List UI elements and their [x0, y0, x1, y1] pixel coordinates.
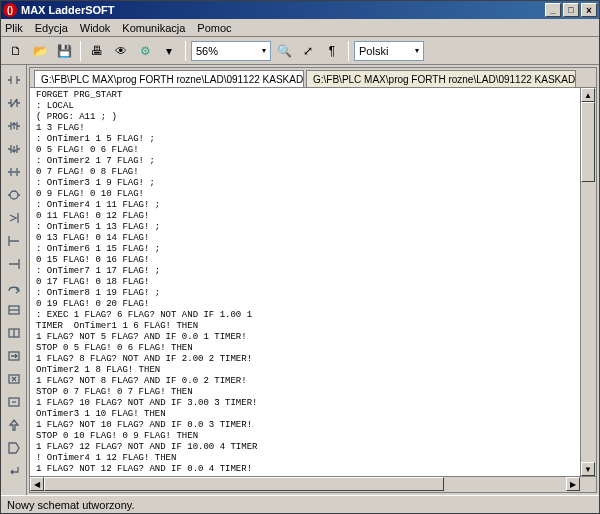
chevron-down-icon: ▾	[415, 46, 419, 55]
scroll-up-button[interactable]: ▲	[581, 88, 595, 102]
tool-contact-nc[interactable]	[3, 92, 25, 114]
scroll-right-button[interactable]: ▶	[566, 477, 580, 491]
tool-math[interactable]	[3, 368, 25, 390]
gear-icon: ⚙	[140, 44, 151, 58]
zoom-fit-button[interactable]: ⤢	[297, 40, 319, 62]
chevron-down-icon: ▾	[262, 46, 266, 55]
tool-branch-close[interactable]	[3, 253, 25, 275]
tool-logic[interactable]	[3, 391, 25, 413]
tool-contact-no[interactable]	[3, 69, 25, 91]
toolbar: 🗋 📂 💾 🖶 👁 ⚙ ▾ 56% ▾ 🔍 ⤢ ¶ Polski ▾	[1, 37, 599, 65]
tool-contact-rise[interactable]	[3, 115, 25, 137]
minimize-button[interactable]: _	[545, 3, 561, 17]
search-icon: 🔍	[277, 44, 292, 58]
tool-contact-fall[interactable]	[3, 138, 25, 160]
language-value: Polski	[359, 45, 388, 57]
marker-button[interactable]: ¶	[321, 40, 343, 62]
maximize-button[interactable]: □	[563, 3, 579, 17]
tool-jump[interactable]	[3, 276, 25, 298]
tool-branch-open[interactable]	[3, 230, 25, 252]
statusbar: Nowy schemat utworzony.	[1, 495, 599, 513]
tool-timer[interactable]	[3, 299, 25, 321]
menu-help[interactable]: Pomoc	[197, 22, 231, 34]
scroll-down-button[interactable]: ▼	[581, 462, 595, 476]
preview-icon: 👁	[115, 44, 127, 58]
tool-shift[interactable]	[3, 414, 25, 436]
preview-button[interactable]: 👁	[110, 40, 132, 62]
fit-icon: ⤢	[303, 44, 313, 58]
language-combo[interactable]: Polski ▾	[354, 41, 424, 61]
dropdown-button[interactable]: ▾	[158, 40, 180, 62]
zoom-value: 56%	[196, 45, 218, 57]
separator	[185, 41, 186, 61]
tool-contact-pulse[interactable]	[3, 161, 25, 183]
zoom-in-button[interactable]: 🔍	[273, 40, 295, 62]
settings-button[interactable]: ⚙	[134, 40, 156, 62]
tool-return[interactable]	[3, 460, 25, 482]
separator	[80, 41, 81, 61]
app-icon: ()	[3, 3, 17, 17]
status-text: Nowy schemat utworzony.	[7, 499, 135, 511]
ladder-toolbar	[1, 65, 27, 495]
close-button[interactable]: ×	[581, 3, 597, 17]
menu-view[interactable]: Widok	[80, 22, 111, 34]
separator	[348, 41, 349, 61]
vertical-scrollbar[interactable]: ▲ ▼	[580, 88, 596, 476]
open-button[interactable]: 📂	[29, 40, 51, 62]
tool-move[interactable]	[3, 345, 25, 367]
titlebar: () MAX LadderSOFT _ □ ×	[1, 1, 599, 19]
menubar: Plik Edycja Widok Komunikacja Pomoc	[1, 19, 599, 37]
print-icon: 🖶	[91, 44, 103, 58]
zoom-combo[interactable]: 56% ▾	[191, 41, 271, 61]
horizontal-scrollbar[interactable]: ◀ ▶	[30, 476, 596, 492]
tool-label[interactable]	[3, 437, 25, 459]
tool-compare[interactable]	[3, 207, 25, 229]
print-button[interactable]: 🖶	[86, 40, 108, 62]
code-text: FORGET PRG_START : LOCAL ( PROG: A11 ; )…	[30, 88, 596, 476]
new-icon: 🗋	[10, 44, 22, 58]
new-button[interactable]: 🗋	[5, 40, 27, 62]
window-title: MAX LadderSOFT	[21, 4, 545, 16]
tool-counter[interactable]	[3, 322, 25, 344]
tab-inactive[interactable]: G:\FB\PLC MAX\prog FORTH rozne\LAD\09112…	[306, 70, 576, 87]
tool-coil[interactable]	[3, 184, 25, 206]
save-button[interactable]: 💾	[53, 40, 75, 62]
menu-comm[interactable]: Komunikacja	[122, 22, 185, 34]
code-viewport: FORGET PRG_START : LOCAL ( PROG: A11 ; )…	[30, 88, 596, 476]
scroll-thumb-h[interactable]	[44, 477, 444, 491]
document-tabs: G:\FB\PLC MAX\prog FORTH rozne\LAD\09112…	[30, 68, 596, 88]
svg-point-0	[10, 191, 18, 199]
save-icon: 💾	[57, 44, 72, 58]
open-icon: 📂	[33, 44, 48, 58]
tab-active[interactable]: G:\FB\PLC MAX\prog FORTH rozne\LAD\09112…	[34, 70, 304, 87]
marker-icon: ¶	[329, 44, 335, 58]
scroll-thumb[interactable]	[581, 102, 595, 182]
chevron-down-icon: ▾	[166, 44, 172, 58]
scroll-left-button[interactable]: ◀	[30, 477, 44, 491]
menu-edit[interactable]: Edycja	[35, 22, 68, 34]
menu-file[interactable]: Plik	[5, 22, 23, 34]
